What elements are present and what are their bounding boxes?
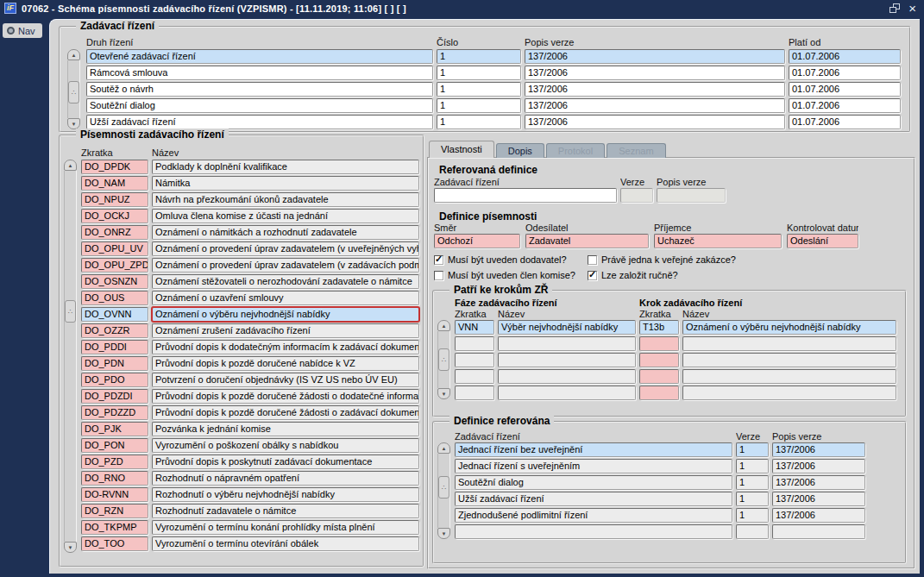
krok-nazev-cell[interactable]: Oznámení o výběru nejvhodnější nabídky xyxy=(682,320,896,335)
smer-input[interactable]: Odchozí xyxy=(434,234,520,248)
zkratka-cell[interactable]: DO_PZD xyxy=(81,455,148,469)
popis-verze-cell[interactable]: 137/2006 xyxy=(525,82,785,97)
nazev-cell[interactable]: Pozvánka k jednání komise xyxy=(152,422,419,436)
nazev-cell[interactable]: Oznámení o provedení úprav zadavatelem (… xyxy=(152,258,419,273)
nazev-cell[interactable]: Námitka xyxy=(152,176,419,191)
cislo-cell[interactable]: 1 xyxy=(437,115,521,129)
faze-nazev-cell[interactable] xyxy=(498,369,636,384)
scrollbar[interactable]: ▲ ∴ ▼ xyxy=(437,442,450,539)
scroll-track[interactable]: ∴ xyxy=(67,60,80,118)
nazev-cell[interactable]: Potvrzení o doručení objednávky (IS VZ U… xyxy=(152,373,419,387)
zkratka-cell[interactable]: DO-RVNN xyxy=(81,487,148,502)
zkratka-cell[interactable]: DO_OPU_UV xyxy=(81,241,148,256)
verze-cell[interactable]: 1 xyxy=(736,459,769,474)
checkbox-box[interactable]: ✓ xyxy=(588,271,597,280)
popis-verze-cell[interactable]: 137/2006 xyxy=(772,442,865,457)
checkbox-prave-jedna-k-verejne-zakazce[interactable]: ✓ Právě jedna k veřejné zakázce? xyxy=(588,254,741,265)
checkbox-musi-byt-uveden-dodavatel[interactable]: ✓ Musí být uveden dodavatel? xyxy=(434,254,588,265)
druh-rizeni-cell[interactable]: Soutěžní dialog xyxy=(86,98,433,113)
nazev-cell[interactable]: Rozhodnutí zadavatele o námitce xyxy=(152,504,419,518)
zadavaci-rizeni-cell[interactable]: Zjednodušené podlimitní řízení xyxy=(455,508,732,523)
plati-od-cell[interactable]: 01.07.2006 xyxy=(789,49,901,64)
faze-zkratka-cell[interactable] xyxy=(455,353,494,367)
krok-nazev-cell[interactable] xyxy=(682,353,896,367)
zkratka-cell[interactable]: DO_OSNZN xyxy=(81,274,148,289)
close-button[interactable]: × xyxy=(908,3,916,14)
popis-verze-cell[interactable]: 137/2006 xyxy=(525,115,785,129)
zkratka-cell[interactable]: DO_OUS xyxy=(81,291,148,305)
popis-verze-cell[interactable]: 137/2006 xyxy=(772,492,865,506)
zkratka-cell[interactable]: DO_TKPMP xyxy=(81,520,148,535)
faze-nazev-cell[interactable] xyxy=(498,353,636,367)
scroll-track[interactable]: ∴ xyxy=(437,331,450,388)
nazev-cell[interactable]: Oznámení o provedení úprav zadavatelem (… xyxy=(152,241,419,256)
nazev-cell[interactable]: Průvodní dopis k dodatečným informacím k… xyxy=(152,340,419,354)
scroll-thumb[interactable]: ∴ xyxy=(65,300,76,323)
zkratka-cell[interactable]: DO_PDO xyxy=(81,373,148,387)
plati-od-cell[interactable]: 01.07.2006 xyxy=(789,115,901,129)
nav-toggle[interactable]: Nav xyxy=(3,23,42,38)
zkratka-cell[interactable]: DO_OPU_ZPD xyxy=(81,258,148,273)
plati-od-cell[interactable]: 01.07.2006 xyxy=(789,82,901,97)
plati-od-cell[interactable]: 01.07.2006 xyxy=(789,66,901,80)
zadavaci-rizeni-input[interactable] xyxy=(434,188,617,203)
scroll-up-button[interactable]: ▲ xyxy=(437,320,450,331)
checkbox-box[interactable]: ✓ xyxy=(434,271,443,280)
scroll-thumb[interactable]: ∴ xyxy=(68,81,79,103)
krok-nazev-cell[interactable] xyxy=(682,336,896,351)
scrollbar[interactable]: ▲ ∴ ▼ xyxy=(64,160,77,553)
prijemce-input[interactable]: Uchazeč xyxy=(654,234,782,248)
nazev-cell[interactable]: Oznámení o námitkách a rozhodnutí zadava… xyxy=(152,225,419,240)
scroll-thumb[interactable]: ∴ xyxy=(438,476,449,499)
popis-verze-cell[interactable]: 137/2006 xyxy=(525,98,785,113)
nazev-cell[interactable]: Rozhodnutí o nápravném opatření xyxy=(152,471,419,486)
zkratka-cell[interactable]: DO_PDZDI xyxy=(81,389,148,404)
zkratka-cell[interactable]: DO_OCKJ xyxy=(81,209,148,223)
checkbox-musi-byt-uveden-clen-komise[interactable]: ✓ Musí být uveden člen komise? xyxy=(434,270,588,280)
zkratka-cell[interactable]: DO_OZZR xyxy=(81,323,148,338)
restore-button[interactable] xyxy=(889,3,900,13)
zkratka-cell[interactable]: DO_NPUZ xyxy=(81,192,148,207)
popis-verze-input[interactable] xyxy=(657,188,726,203)
krok-zkratka-cell[interactable] xyxy=(639,369,679,384)
scroll-up-button[interactable]: ▲ xyxy=(437,442,450,454)
nazev-cell[interactable]: Podklady k doplnění kvalifikace xyxy=(152,160,419,174)
verze-cell[interactable] xyxy=(736,524,769,539)
krok-zkratka-cell[interactable] xyxy=(639,353,679,367)
scroll-up-button[interactable]: ▲ xyxy=(67,49,80,60)
zadavaci-rizeni-cell[interactable]: Soutěžní dialog xyxy=(455,475,732,490)
zkratka-cell[interactable]: DO_OVNN xyxy=(81,307,148,322)
scroll-thumb[interactable]: ∴ xyxy=(438,348,449,371)
popis-verze-cell[interactable]: 137/2006 xyxy=(525,66,785,80)
zadavaci-rizeni-cell[interactable]: Jednací řízení s uveřejněním xyxy=(455,459,732,474)
scrollbar[interactable]: ▲ ∴ ▼ xyxy=(437,320,450,399)
scroll-down-button[interactable]: ▼ xyxy=(64,542,77,553)
krok-zkratka-cell[interactable]: T13b xyxy=(639,320,679,335)
nazev-cell[interactable]: Průvodní dopis k pozdě doručené žádosti … xyxy=(152,389,419,404)
verze-cell[interactable]: 1 xyxy=(736,492,769,506)
tab-vlastnosti[interactable]: Vlastnosti xyxy=(429,141,494,158)
nazev-cell[interactable]: Oznámení o uzavření smlouvy xyxy=(152,291,419,305)
plati-od-cell[interactable]: 01.07.2006 xyxy=(789,98,901,113)
scroll-down-button[interactable]: ▼ xyxy=(437,528,450,539)
faze-zkratka-cell[interactable] xyxy=(455,336,494,351)
faze-nazev-cell[interactable] xyxy=(498,336,636,351)
druh-rizeni-cell[interactable]: Soutěž o návrh xyxy=(86,82,433,97)
faze-nazev-cell[interactable] xyxy=(498,386,636,400)
zkratka-cell[interactable]: DO_RNO xyxy=(81,471,148,486)
checkbox-lze-zalozit-rucne[interactable]: ✓ Lze založit ručně? xyxy=(588,270,741,280)
scroll-track[interactable]: ∴ xyxy=(437,454,450,528)
scroll-up-button[interactable]: ▲ xyxy=(64,160,77,171)
kontrolovat-datum-input[interactable]: Odeslání xyxy=(787,234,858,248)
druh-rizeni-cell[interactable]: Otevřené zadávací řízení xyxy=(86,49,433,64)
popis-verze-cell[interactable]: 137/2006 xyxy=(772,508,865,523)
krok-zkratka-cell[interactable] xyxy=(639,336,679,351)
nazev-cell[interactable]: Omluva člena komise z účasti na jednání xyxy=(152,209,419,223)
cislo-cell[interactable]: 1 xyxy=(437,49,521,64)
cislo-cell[interactable]: 1 xyxy=(437,82,521,97)
odesilatel-input[interactable]: Zadavatel xyxy=(525,234,649,248)
nazev-cell[interactable]: Oznámení stěžovateli o nerozhodování zad… xyxy=(152,274,419,289)
nazev-cell[interactable]: Oznámení zrušení zadávacího řízení xyxy=(152,323,419,338)
tab-dopis[interactable]: Dopis xyxy=(496,143,544,158)
scroll-down-button[interactable]: ▼ xyxy=(437,388,450,399)
